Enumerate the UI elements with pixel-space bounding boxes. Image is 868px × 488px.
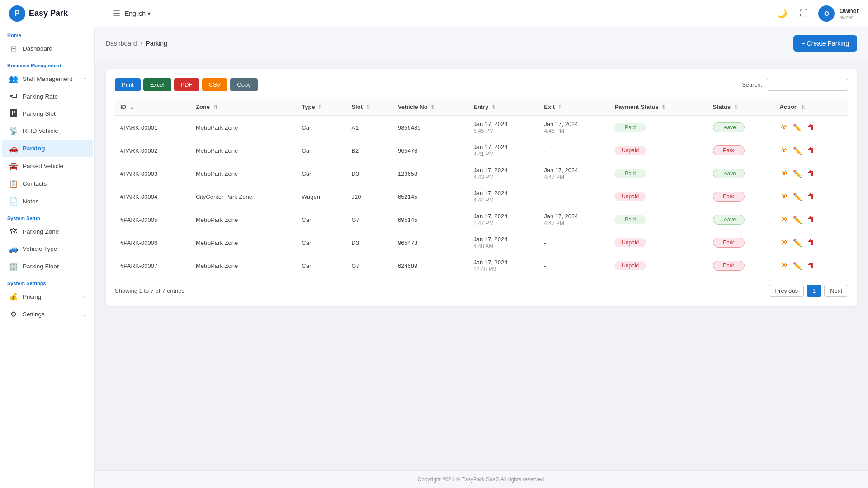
sidebar-item-label: Contacts [23,180,47,187]
sidebar-item-parking-rate[interactable]: 🏷 Parking Rate [2,88,93,104]
chevron-icon: › [84,294,85,300]
chevron-icon: › [84,76,85,82]
expand-icon[interactable]: ⛶ [797,6,811,21]
col-slot[interactable]: Slot ⇅ [346,99,392,116]
pagination-bar: Showing 1 to 7 of 7 entries Previous 1 N… [115,285,848,297]
delete-button[interactable]: 🗑 [807,192,816,202]
parked-vehicle-icon: 🚘 [9,162,18,170]
previous-button[interactable]: Previous [769,285,804,297]
search-label: Search: [742,81,762,88]
view-button[interactable]: 👁 [779,261,788,271]
sidebar-item-parking-slot[interactable]: 🅿 Parking Slot [2,105,93,122]
moon-icon[interactable]: 🌙 [775,6,789,21]
sidebar-item-parked-vehicle[interactable]: 🚘 Parked Vehicle [2,158,93,174]
delete-button[interactable]: 🗑 [807,261,816,271]
breadcrumb-dashboard[interactable]: Dashboard [106,40,137,47]
cell-slot: D3 [346,162,392,185]
user-role: owner [839,14,859,20]
csv-button[interactable]: CSV [202,78,228,91]
sidebar-item-parking[interactable]: 🚗 Parking [2,140,93,157]
cell-slot: J10 [346,185,392,208]
cell-vehicle-no: 965478 [392,139,468,162]
vehicle-type-icon: 🚙 [9,244,18,253]
page-1-button[interactable]: 1 [807,285,821,297]
edit-button[interactable]: ✏️ [792,145,803,156]
cell-action: 👁 ✏️ 🗑 [774,254,848,277]
edit-button[interactable]: ✏️ [792,238,803,248]
delete-button[interactable]: 🗑 [807,145,816,155]
delete-button[interactable]: 🗑 [807,169,816,178]
sidebar-item-label: Parking Floor [23,263,59,270]
col-status[interactable]: Status ⇅ [708,99,774,116]
delete-button[interactable]: 🗑 [807,122,816,132]
delete-button[interactable]: 🗑 [807,238,816,248]
cell-exit: - [538,139,609,162]
cell-type: Car [296,162,346,185]
col-vehicle-no[interactable]: Vehicle No ⇅ [392,99,468,116]
cell-action: 👁 ✏️ 🗑 [774,162,848,185]
edit-button[interactable]: ✏️ [792,169,803,179]
search-input[interactable] [767,79,848,91]
sidebar-item-staff-management[interactable]: 👥 Staff Management › [2,70,93,87]
cell-vehicle-no: 652145 [392,185,468,208]
edit-button[interactable]: ✏️ [792,215,803,225]
cell-action: 👁 ✏️ 🗑 [774,139,848,162]
edit-button[interactable]: ✏️ [792,122,803,133]
sidebar-item-contacts[interactable]: 📋 Contacts [2,175,93,192]
delete-button[interactable]: 🗑 [807,215,816,225]
print-button[interactable]: Print [115,78,141,91]
showing-entries: Showing 1 to 7 of 7 entries [115,287,184,294]
cell-zone: MetroPark Zone [190,139,296,162]
pdf-button[interactable]: PDF [174,78,199,91]
view-button[interactable]: 👁 [779,145,788,155]
sidebar-item-dashboard[interactable]: ⊞ Dashboard [2,40,93,57]
cell-slot: G7 [346,254,392,277]
table-row: #PARK-00001 MetroPark Zone Car A1 985648… [115,116,848,139]
view-button[interactable]: 👁 [779,192,788,202]
user-details: Owner owner [839,7,859,20]
brand-name: Easy Park [29,9,68,18]
col-type[interactable]: Type ⇅ [296,99,346,116]
settings-icon: ⚙ [9,310,18,319]
sidebar-item-label: Settings [23,311,45,318]
create-parking-button[interactable]: + Create Parking [793,35,857,52]
copy-button[interactable]: Copy [230,78,257,91]
sidebar-item-parking-zone[interactable]: 🗺 Parking Zone [2,223,93,239]
view-button[interactable]: 👁 [779,169,788,178]
col-exit[interactable]: Exit ⇅ [538,99,609,116]
excel-button[interactable]: Excel [143,78,171,91]
view-button[interactable]: 👁 [779,238,788,248]
col-id[interactable]: ID ▲ [115,99,190,116]
top-bar: Dashboard / Parking + Create Parking [95,27,868,60]
user-info[interactable]: O Owner owner [818,5,859,22]
view-button[interactable]: 👁 [779,122,788,132]
col-entry[interactable]: Entry ⇅ [468,99,538,116]
edit-button[interactable]: ✏️ [792,261,803,271]
hamburger-icon[interactable]: ☰ [113,9,120,19]
col-payment-status[interactable]: Payment Status ⇅ [609,99,707,116]
breadcrumb-separator: / [141,40,142,47]
cell-status: Park [708,254,774,277]
content-area: Dashboard / Parking + Create Parking Pri… [95,27,868,488]
cell-vehicle-no: 965478 [392,231,468,254]
contacts-icon: 📋 [9,179,18,188]
sidebar-item-rfid-vehicle[interactable]: 📡 RFID Vehicle [2,122,93,139]
cell-id: #PARK-00007 [115,254,190,277]
cell-id: #PARK-00003 [115,162,190,185]
cell-zone: CityCenter Park Zone [190,185,296,208]
col-zone[interactable]: Zone ⇅ [190,99,296,116]
cell-exit: - [538,231,609,254]
cell-exit: Jan 17, 20244:46 PM [538,116,609,139]
view-button[interactable]: 👁 [779,215,788,225]
sidebar-item-notes[interactable]: 📄 Notes [2,193,93,210]
next-button[interactable]: Next [824,285,848,297]
cell-exit: Jan 17, 20244:47 PM [538,162,609,185]
edit-button[interactable]: ✏️ [792,192,803,202]
sidebar-item-settings[interactable]: ⚙ Settings › [2,306,93,323]
sidebar-item-parking-floor[interactable]: 🏢 Parking Floor [2,258,93,275]
sidebar-item-vehicle-type[interactable]: 🚙 Vehicle Type [2,240,93,257]
cell-status: Leave [708,116,774,139]
language-selector[interactable]: English ▾ [125,10,151,17]
brand: P Easy Park [9,5,99,22]
sidebar-item-pricing[interactable]: 💰 Pricing › [2,288,93,305]
